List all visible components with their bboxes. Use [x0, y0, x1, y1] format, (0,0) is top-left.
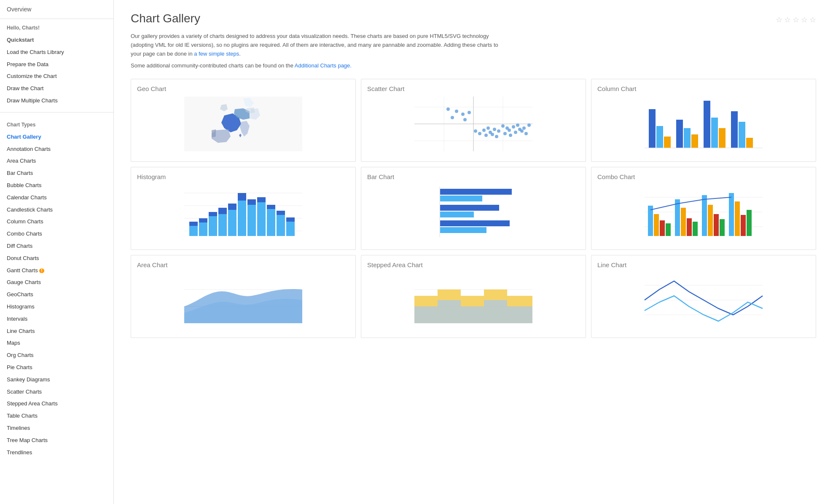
svg-rect-93 [666, 223, 671, 236]
svg-rect-104 [741, 215, 746, 236]
sidebar-item-bubble-charts[interactable]: Bubble Charts [7, 180, 107, 192]
svg-point-32 [446, 107, 450, 111]
sidebar-item-bar-charts[interactable]: Bar Charts [7, 167, 107, 180]
geo-chart-title: Geo Chart [137, 85, 349, 92]
star-4[interactable]: ☆ [801, 15, 808, 24]
sidebar-item-combo-charts[interactable]: Combo Charts [7, 228, 107, 240]
svg-rect-76 [286, 222, 295, 236]
svg-rect-102 [729, 193, 734, 236]
histogram-visual [137, 185, 349, 244]
scatter-chart-svg [367, 97, 580, 151]
chart-grid: Geo Chart [131, 79, 816, 338]
overview-label: Overview [7, 6, 31, 13]
svg-point-24 [491, 133, 494, 136]
svg-rect-42 [684, 128, 691, 148]
svg-rect-71 [257, 197, 266, 202]
star-2[interactable]: ☆ [784, 15, 791, 24]
geo-chart-visual [137, 97, 349, 155]
chart-card-bar: Bar Chart [361, 167, 586, 250]
line-chart-visual [597, 273, 810, 332]
sidebar-item-diff-charts[interactable]: Diff Charts [7, 240, 107, 252]
column-chart-title: Column Chart [597, 85, 810, 92]
histogram-svg [137, 185, 349, 239]
svg-point-26 [484, 134, 488, 137]
sidebar-item-maps[interactable]: Maps [7, 337, 107, 349]
sidebar-item-org-charts[interactable]: Org Charts [7, 349, 107, 362]
sidebar-item-histograms[interactable]: Histograms [7, 301, 107, 313]
svg-point-19 [516, 123, 519, 127]
svg-point-29 [455, 110, 458, 113]
additional-charts-link[interactable]: Additional Charts page. [295, 62, 352, 69]
sidebar-section-hello: Hello, Charts! [7, 25, 107, 31]
svg-rect-103 [735, 201, 740, 236]
star-5[interactable]: ☆ [809, 15, 816, 24]
sidebar-item-gauge-charts[interactable]: Gauge Charts [7, 276, 107, 289]
svg-point-16 [508, 129, 511, 132]
sidebar-item-table-charts[interactable]: Table Charts [7, 410, 107, 422]
svg-rect-99 [708, 205, 713, 236]
sidebar-item-prepare-data[interactable]: Prepare the Data [7, 59, 107, 71]
sidebar-item-gantt-charts[interactable]: Gantt Charts ! [7, 265, 107, 277]
bar-chart-title: Bar Chart [367, 173, 580, 180]
sidebar-item-line-charts[interactable]: Line Charts [7, 325, 107, 338]
svg-point-28 [474, 129, 477, 133]
svg-point-9 [486, 126, 490, 130]
sidebar-item-tree-map-charts[interactable]: Tree Map Charts [7, 434, 107, 447]
sidebar-item-draw-chart[interactable]: Draw the Chart [7, 83, 107, 95]
svg-point-18 [514, 131, 517, 134]
svg-rect-92 [660, 220, 665, 236]
stepped-area-chart-visual [367, 273, 580, 332]
sidebar-item-timelines[interactable]: Timelines [7, 422, 107, 434]
additional-note: Some additional community-contributed ch… [131, 62, 816, 69]
sidebar-item-chart-gallery[interactable]: Chart Gallery [7, 131, 107, 143]
sidebar-item-customize-chart[interactable]: Customize the Chart [7, 70, 107, 83]
sidebar-item-load-charts[interactable]: Load the Charts Library [7, 46, 107, 59]
star-rating[interactable]: ☆ ☆ ☆ ☆ ☆ [776, 15, 816, 24]
sidebar-overview-item[interactable]: Overview [0, 0, 113, 19]
sidebar-item-draw-multiple[interactable]: Draw Multiple Charts [7, 95, 107, 107]
sidebar-item-donut-charts[interactable]: Donut Charts [7, 252, 107, 265]
sidebar-item-area-charts[interactable]: Area Charts [7, 155, 107, 167]
page-title: Chart Gallery [131, 12, 200, 25]
svg-rect-60 [209, 216, 217, 236]
simple-steps-link[interactable]: a few simple steps [194, 51, 239, 57]
sidebar-item-intervals[interactable]: Intervals [7, 313, 107, 325]
svg-rect-47 [731, 111, 738, 148]
svg-point-27 [478, 132, 481, 135]
svg-rect-49 [746, 138, 753, 148]
star-1[interactable]: ☆ [776, 15, 782, 24]
sidebar-item-candlestick-charts[interactable]: Candlestick Charts [7, 204, 107, 216]
line-chart-title: Line Chart [597, 261, 810, 268]
svg-rect-63 [218, 208, 227, 214]
sidebar-item-column-charts[interactable]: Column Charts [7, 216, 107, 228]
line-chart-svg [597, 273, 810, 327]
sidebar-item-quickstart[interactable]: Quickstart [7, 34, 107, 46]
svg-point-36 [527, 123, 531, 127]
sidebar-item-pie-charts[interactable]: Pie Charts [7, 362, 107, 374]
chart-card-scatter: Scatter Chart [361, 79, 586, 162]
sidebar-item-annotation-charts[interactable]: Annotation Charts [7, 143, 107, 155]
svg-point-14 [503, 132, 507, 135]
stepped-area-chart-svg [367, 273, 580, 327]
chart-card-area: Area Chart [131, 255, 356, 338]
svg-point-8 [482, 129, 486, 132]
sidebar-item-geo-charts[interactable]: GeoCharts [7, 289, 107, 301]
svg-rect-95 [681, 208, 686, 236]
svg-rect-62 [218, 214, 227, 236]
sidebar-item-calendar-charts[interactable]: Calendar Charts [7, 192, 107, 204]
star-3[interactable]: ☆ [793, 15, 799, 24]
svg-rect-68 [247, 205, 256, 236]
sidebar-item-scatter-charts[interactable]: Scatter Charts [7, 386, 107, 398]
area-chart-title: Area Chart [137, 261, 349, 268]
svg-rect-70 [257, 202, 266, 236]
chart-card-geo: Geo Chart [131, 79, 356, 162]
main-content: Chart Gallery ☆ ☆ ☆ ☆ ☆ Our gallery prov… [114, 0, 833, 504]
svg-rect-65 [228, 204, 236, 210]
scatter-chart-visual [367, 97, 580, 155]
sidebar-item-stepped-area-charts[interactable]: Stepped Area Charts [7, 398, 107, 410]
sidebar-item-sankey-diagrams[interactable]: Sankey Diagrams [7, 374, 107, 386]
svg-rect-64 [228, 210, 236, 236]
sidebar-item-trendlines[interactable]: Trendlines [7, 447, 107, 459]
svg-rect-48 [739, 122, 745, 148]
chart-card-column: Column Chart [591, 79, 816, 162]
